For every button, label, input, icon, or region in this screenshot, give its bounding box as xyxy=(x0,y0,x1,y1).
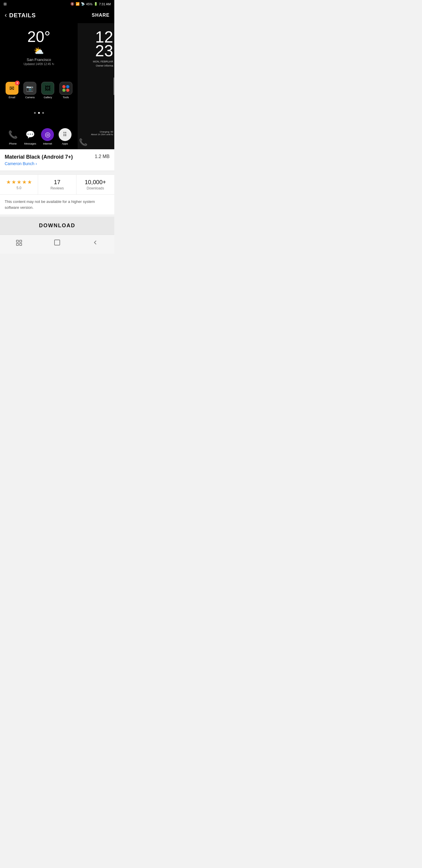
back-button[interactable]: ‹ xyxy=(5,11,7,19)
app-item-camera: 📷 Camera xyxy=(24,82,36,99)
email-badge: 3 xyxy=(15,81,20,85)
app-item-tools: 🔴🔵🟢🔴 Tools xyxy=(60,82,72,99)
internet-dock-icon: ◎ xyxy=(41,128,54,141)
camera-app-icon: 📷 xyxy=(24,82,36,95)
star-1: ★ xyxy=(6,179,11,185)
page-dots xyxy=(34,112,44,114)
page-header: ‹ DETAILS SHARE xyxy=(0,8,114,23)
dot-2 xyxy=(38,112,40,114)
stats-row: ★ ★ ★ ★ ★ 5.0 17 Reviews 10,000+ Downloa… xyxy=(0,175,114,195)
app-title: Material Black (Android 7+) xyxy=(5,154,73,160)
status-right: 🔇 📶 📡 45% 🔋 7:31 AM xyxy=(70,2,111,6)
signal-icon: 📡 xyxy=(81,2,85,6)
recent-apps-button[interactable] xyxy=(15,239,23,248)
clock: 7:31 AM xyxy=(99,2,111,6)
downloads-label: Downloads xyxy=(87,186,104,190)
page-title: DETAILS xyxy=(9,12,36,19)
app-grid: ✉ 3 Email 📷 Camera 🖼 Gallery xyxy=(3,82,75,99)
wifi-icon: 📶 xyxy=(75,2,80,6)
gallery-app-label: Gallery xyxy=(44,96,52,99)
author-link[interactable]: Cameron Bunch › xyxy=(5,161,109,166)
weather-updated: Updated 14/09 12:45 ↻ xyxy=(24,62,54,66)
battery-percent: 45% xyxy=(86,2,93,6)
second-day: MON, FEBRUAR xyxy=(78,60,114,63)
app-item-email: ✉ 3 Email xyxy=(6,82,19,99)
header-left: ‹ DETAILS xyxy=(5,11,36,19)
sim-icon: ⊞ xyxy=(3,2,7,6)
dock-apps: ⠿ Apps xyxy=(59,128,71,145)
weather-icon: ⛅ xyxy=(24,46,54,56)
app-size: 1.2 MB xyxy=(95,154,109,159)
dock-phone-label: Phone xyxy=(9,142,17,145)
app-info-section: Material Black (Android 7+) 1.2 MB Camer… xyxy=(0,149,114,171)
battery-icon: 🔋 xyxy=(94,2,98,6)
author-name: Cameron Bunch xyxy=(5,161,34,166)
home-button[interactable] xyxy=(54,239,61,248)
messages-dock-icon: 💬 xyxy=(24,128,37,141)
second-minute: 23 xyxy=(78,43,114,59)
reviews-cell: 17 Reviews xyxy=(38,175,76,194)
dock-messages-label: Messages xyxy=(24,142,36,145)
screenshot-main: 20° ⛅ San Francisco Updated 14/09 12:45 … xyxy=(0,23,78,149)
svg-rect-0 xyxy=(17,240,19,242)
rating-value: 5.0 xyxy=(17,186,22,190)
second-owner: Owner informa xyxy=(78,64,114,67)
weather-location: San Francisco xyxy=(24,58,54,62)
email-app-label: Email xyxy=(8,96,15,99)
charging-info: Charging: 90About 1h 20m until fu xyxy=(78,130,114,137)
mute-icon: 🔇 xyxy=(70,2,74,6)
screenshot-second: 12 23 MON, FEBRUAR Owner informa Chargin… xyxy=(78,23,114,149)
scrollbar-indicator xyxy=(113,78,114,95)
dock-messages: 💬 Messages xyxy=(24,128,37,145)
downloads-cell: 10,000+ Downloads xyxy=(76,175,114,194)
svg-rect-4 xyxy=(55,240,60,245)
downloads-count: 10,000+ xyxy=(85,179,106,186)
rating-cell: ★ ★ ★ ★ ★ 5.0 xyxy=(0,175,38,194)
phone-dock-icon: 📞 xyxy=(6,128,19,141)
star-4: ★ xyxy=(22,179,27,185)
tools-app-label: Tools xyxy=(63,96,69,99)
status-left: ⊞ xyxy=(3,2,7,6)
warning-message: This content may not be available for a … xyxy=(5,199,95,210)
reviews-label: Reviews xyxy=(51,186,64,190)
dock-internet: ◎ Internet xyxy=(41,128,54,145)
app-item-gallery: 🖼 Gallery xyxy=(41,82,54,99)
info-title-row: Material Black (Android 7+) 1.2 MB xyxy=(5,154,109,160)
star-3: ★ xyxy=(17,179,22,185)
star-2: ★ xyxy=(11,179,16,185)
bottom-nav xyxy=(0,235,114,254)
dock-phone: 📞 Phone xyxy=(6,128,19,145)
gallery-app-icon: 🖼 xyxy=(41,82,54,95)
reviews-count: 17 xyxy=(54,179,60,186)
warning-section: This content may not be available for a … xyxy=(0,195,114,214)
weather-widget: 20° ⛅ San Francisco Updated 14/09 12:45 … xyxy=(24,29,54,66)
sun-cloud-icon: ⛅ xyxy=(34,46,44,56)
back-button-nav[interactable] xyxy=(92,239,99,248)
svg-rect-1 xyxy=(20,240,22,242)
download-button[interactable]: DOWNLOAD xyxy=(5,223,109,229)
email-app-icon: ✉ 3 xyxy=(6,82,19,95)
share-button[interactable]: SHARE xyxy=(92,12,109,18)
tools-app-icon: 🔴🔵🟢🔴 xyxy=(60,82,72,95)
screenshot-gallery: 20° ⛅ San Francisco Updated 14/09 12:45 … xyxy=(0,23,114,149)
star-5: ★ xyxy=(27,179,32,185)
dock-phone-second: 📞 xyxy=(78,138,114,149)
dock-internet-label: Internet xyxy=(43,142,52,145)
download-section[interactable]: DOWNLOAD xyxy=(0,217,114,235)
camera-app-label: Camera xyxy=(25,96,35,99)
svg-rect-2 xyxy=(20,243,22,245)
dock-apps-label: Apps xyxy=(62,142,68,145)
dock: 📞 Phone 💬 Messages ◎ Internet ⠿ xyxy=(3,126,75,146)
author-arrow-icon: › xyxy=(35,161,37,166)
apps-dock-icon: ⠿ xyxy=(59,128,71,141)
svg-rect-3 xyxy=(17,243,19,245)
dot-1 xyxy=(34,112,36,114)
stars: ★ ★ ★ ★ ★ xyxy=(6,179,32,185)
weather-temperature: 20° xyxy=(24,29,54,44)
status-bar: ⊞ 🔇 📶 📡 45% 🔋 7:31 AM xyxy=(0,0,114,8)
dot-3 xyxy=(42,112,44,114)
